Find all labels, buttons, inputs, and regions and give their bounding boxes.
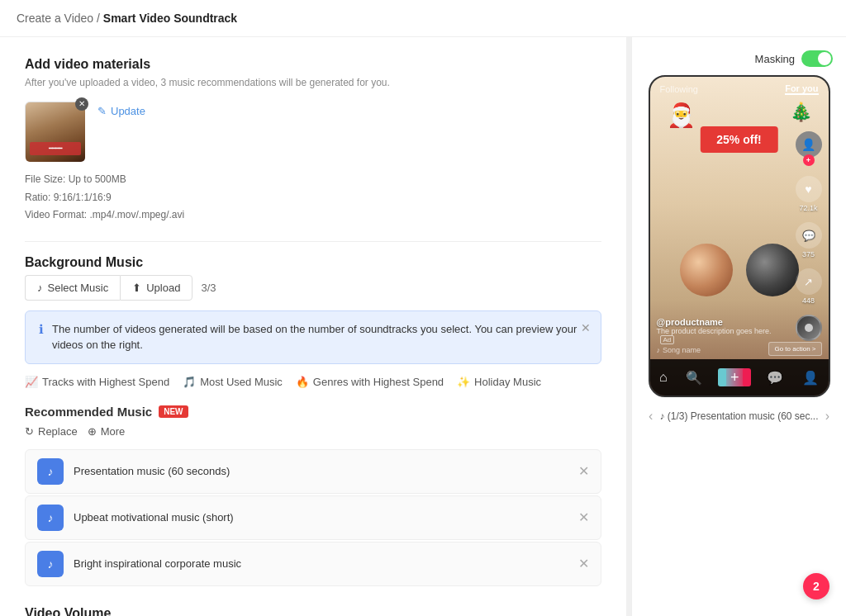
select-music-button[interactable]: ♪ Select Music <box>25 275 120 301</box>
ad-badge: Ad <box>660 335 675 344</box>
preview-nav: ‹ ♪ (1/3) Presentation music (60 sec... … <box>645 405 833 427</box>
track-remove-3[interactable]: ✕ <box>578 556 589 571</box>
breadcrumb: Create a Video / Smart Video Soundtrack <box>0 0 846 37</box>
info-close-button[interactable]: ✕ <box>581 321 591 334</box>
phone-nav: ⌂ 🔍 + 💬 <box>650 359 829 396</box>
recommended-header: Recommended Music NEW <box>25 405 601 419</box>
info-icon: ℹ <box>39 322 44 337</box>
product-name: @productname <box>657 317 787 327</box>
cta-text: Go to action > <box>774 345 815 353</box>
sparkle-icon: ✨ <box>457 376 470 388</box>
help-button[interactable]: 2 <box>803 573 829 599</box>
nav-inbox[interactable]: 💬 <box>767 370 783 386</box>
upload-music-button[interactable]: ⬆ Upload <box>120 275 192 301</box>
track-remove-2[interactable]: ✕ <box>578 509 589 525</box>
track-icon-3: ♪ <box>37 551 64 577</box>
track-list: ♪ Presentation music (60 seconds) ✕ ♪ Up… <box>25 449 601 586</box>
replace-label: Replace <box>38 425 78 438</box>
file-ratio: Ratio: 9:16/1:1/16:9 <box>25 189 601 207</box>
update-area: ✎ Update <box>97 102 145 117</box>
info-banner: ℹ The number of videos generated will be… <box>25 310 601 364</box>
filter-genres-highest-spend[interactable]: 🔥 Genres with Highest Spend <box>296 376 444 388</box>
track-count: 3/3 <box>201 282 216 294</box>
profile-icon: 👤 <box>802 370 819 386</box>
thumbnail-image: ━━━━ <box>26 102 85 162</box>
preview-track-label: ♪ (1/3) Presentation music (60 sec... <box>656 410 821 422</box>
side-action-follow: 👤 + <box>796 131 822 166</box>
discount-text: 25% off! <box>716 133 761 146</box>
next-button[interactable]: › <box>822 405 833 427</box>
track-item-3: ♪ Bright inspirational corporate music ✕ <box>25 542 601 586</box>
toggle-slider <box>801 50 833 67</box>
bg-music-section: Background Music ♪ Select Music ⬆ Upload… <box>25 255 601 586</box>
nav-profile[interactable]: 👤 <box>802 370 819 386</box>
music-icon: 🎵 <box>183 376 196 388</box>
quick-filters: 📈 Tracks with Highest Spend 🎵 Most Used … <box>25 376 601 388</box>
disc-icon <box>796 315 822 341</box>
prev-button[interactable]: ‹ <box>645 405 656 427</box>
track-item-2: ♪ Upbeat motivational music (short) ✕ <box>25 495 601 540</box>
replace-button[interactable]: ↻ Replace <box>25 425 78 438</box>
like-count: 72.1k <box>799 204 817 212</box>
santa-icon: 🎅 <box>667 102 696 129</box>
right-top-bar: Masking <box>645 50 833 67</box>
section-divider-1 <box>25 241 601 242</box>
video-upload-area: ━━━━ ✕ ✎ Update <box>25 102 601 161</box>
nav-home[interactable]: ⌂ <box>659 370 668 385</box>
masking-toggle[interactable] <box>801 50 833 67</box>
new-badge: NEW <box>159 405 188 418</box>
track-icon-2: ♪ <box>37 505 64 531</box>
cta-button[interactable]: Go to action > <box>768 342 821 356</box>
like-action-icon: ♥ <box>796 176 822 202</box>
comment-count: 375 <box>802 250 815 258</box>
chart-icon: 📈 <box>25 376 38 388</box>
tree-icon: 🎄 <box>790 102 812 123</box>
follow-plus: + <box>803 154 815 166</box>
song-name-text: Song name <box>663 346 701 354</box>
side-actions: 👤 + ♥ 72.1k <box>796 131 822 341</box>
for-you-tab[interactable]: For you <box>785 83 818 95</box>
more-button[interactable]: ⊕ More <box>88 425 126 438</box>
product-sphere-2 <box>746 244 799 296</box>
remove-video-button[interactable]: ✕ <box>75 97 88 111</box>
product-desc: The product description goes here. Ad <box>657 327 787 344</box>
file-format: Video Format: .mp4/.mov/.mpeg/.avi <box>25 206 601 225</box>
plus-icon: + <box>806 156 810 164</box>
add-video-subtitle: After you've uploaded a video, 3 music r… <box>25 77 601 88</box>
phone-preview: Following For you 🎅 🎄 25% off! <box>649 75 830 397</box>
filter-tracks-highest-spend[interactable]: 📈 Tracks with Highest Spend <box>25 376 169 388</box>
file-size: File Size: Up to 500MB <box>25 171 601 189</box>
inbox-icon: 💬 <box>767 370 783 386</box>
comment-action-icon: 💬 <box>796 222 822 249</box>
share-icon: ↗ <box>804 276 813 288</box>
file-info: File Size: Up to 500MB Ratio: 9:16/1:1/1… <box>25 171 601 225</box>
comment-icon: 💬 <box>802 230 815 242</box>
product-desc-text: The product description goes here. <box>657 327 772 335</box>
following-tab[interactable]: Following <box>660 84 698 94</box>
nav-search[interactable]: 🔍 <box>686 370 702 386</box>
side-action-comment[interactable]: 💬 375 <box>796 222 822 258</box>
close-icon: ✕ <box>78 100 85 108</box>
update-button[interactable]: ✎ Update <box>97 105 145 117</box>
track-name-1: Presentation music (60 seconds) <box>74 465 568 477</box>
music-note-icon-1: ♪ <box>48 465 54 478</box>
left-panel: Add video materials After you've uploade… <box>0 37 626 616</box>
video-volume-title: Video Volume <box>25 606 601 616</box>
filter-holiday-music[interactable]: ✨ Holiday Music <box>457 376 541 388</box>
select-music-label: Select Music <box>48 282 109 294</box>
filter-label-most-used: Most Used Music <box>200 376 283 388</box>
music-note-icon-3: ♪ <box>48 557 54 571</box>
add-icon: + <box>721 368 748 386</box>
side-action-share[interactable]: ↗ 448 <box>796 268 822 305</box>
nav-add[interactable]: + <box>721 368 748 386</box>
filter-most-used-music[interactable]: 🎵 Most Used Music <box>183 376 283 388</box>
side-action-like[interactable]: ♥ 72.1k <box>796 176 822 212</box>
breadcrumb-parent[interactable]: Create a Video <box>17 12 93 25</box>
discount-badge: 25% off! <box>700 126 777 153</box>
share-action-icon: ↗ <box>796 268 822 295</box>
upload-icon: ⬆ <box>132 282 141 294</box>
replace-icon: ↻ <box>25 425 34 438</box>
update-label: Update <box>111 105 145 117</box>
track-remove-1[interactable]: ✕ <box>578 463 589 479</box>
video-thumbnail: ━━━━ ✕ <box>25 102 84 161</box>
